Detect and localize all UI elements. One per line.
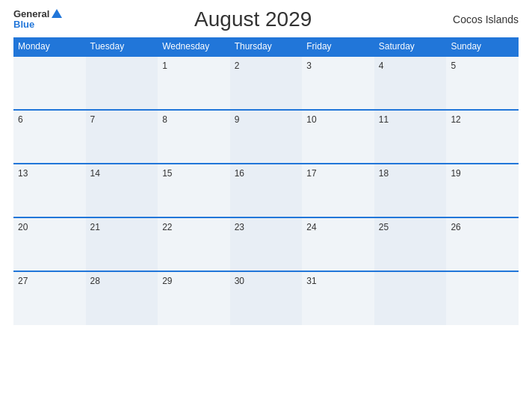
calendar-week-row: 2728293031 bbox=[13, 271, 519, 325]
calendar-cell bbox=[86, 56, 158, 110]
header-friday: Friday bbox=[302, 37, 374, 56]
calendar-cell: 30 bbox=[230, 271, 303, 325]
calendar-cell: 6 bbox=[13, 110, 86, 164]
header-thursday: Thursday bbox=[230, 37, 303, 56]
day-number: 7 bbox=[90, 114, 96, 125]
calendar-cell: 9 bbox=[230, 110, 303, 164]
calendar-cell: 4 bbox=[374, 56, 447, 110]
logo-blue-text: Blue bbox=[13, 19, 34, 30]
day-number: 10 bbox=[306, 114, 316, 125]
day-number: 14 bbox=[90, 168, 100, 179]
logo-triangle-icon bbox=[52, 9, 62, 18]
calendar-cell bbox=[13, 56, 86, 110]
header-tuesday: Tuesday bbox=[86, 37, 158, 56]
calendar-cell: 7 bbox=[86, 110, 158, 164]
calendar-container: General Blue August 2029 Cocos Islands M… bbox=[0, 0, 532, 411]
calendar-cell: 14 bbox=[86, 164, 158, 217]
logo: General Blue bbox=[13, 9, 62, 31]
day-number: 2 bbox=[235, 61, 240, 71]
weekday-header-row: Monday Tuesday Wednesday Thursday Friday… bbox=[13, 37, 519, 56]
day-number: 8 bbox=[162, 114, 167, 125]
calendar-cell: 28 bbox=[86, 271, 158, 325]
calendar-cell: 16 bbox=[230, 164, 303, 217]
calendar-table: Monday Tuesday Wednesday Thursday Friday… bbox=[13, 37, 519, 325]
calendar-cell: 21 bbox=[86, 217, 158, 271]
calendar-cell bbox=[374, 271, 447, 325]
calendar-cell: 13 bbox=[13, 164, 86, 217]
calendar-cell: 23 bbox=[230, 217, 303, 271]
calendar-cell: 22 bbox=[158, 217, 230, 271]
calendar-cell: 19 bbox=[446, 164, 519, 217]
day-number: 13 bbox=[18, 168, 28, 179]
calendar-cell: 11 bbox=[374, 110, 447, 164]
calendar-cell: 10 bbox=[302, 110, 374, 164]
day-number: 25 bbox=[379, 222, 389, 232]
calendar-cell: 2 bbox=[230, 56, 303, 110]
day-number: 28 bbox=[90, 276, 100, 286]
day-number: 18 bbox=[379, 168, 389, 179]
day-number: 15 bbox=[162, 168, 172, 179]
day-number: 16 bbox=[235, 168, 244, 179]
day-number: 11 bbox=[379, 114, 389, 125]
calendar-cell: 1 bbox=[158, 56, 230, 110]
calendar-cell: 3 bbox=[302, 56, 374, 110]
day-number: 20 bbox=[18, 222, 28, 232]
region-label: Cocos Islands bbox=[444, 13, 519, 25]
month-title: August 2029 bbox=[62, 7, 444, 31]
day-number: 24 bbox=[306, 222, 316, 232]
day-number: 12 bbox=[451, 114, 460, 125]
day-number: 17 bbox=[306, 168, 316, 179]
day-number: 6 bbox=[18, 114, 23, 125]
header-saturday: Saturday bbox=[374, 37, 447, 56]
day-number: 4 bbox=[379, 61, 384, 71]
day-number: 29 bbox=[162, 276, 172, 286]
header-sunday: Sunday bbox=[446, 37, 519, 56]
logo-general-text: General bbox=[13, 9, 49, 19]
header-wednesday: Wednesday bbox=[158, 37, 230, 56]
day-number: 27 bbox=[18, 276, 28, 286]
calendar-header: General Blue August 2029 Cocos Islands bbox=[13, 7, 519, 31]
calendar-week-row: 12345 bbox=[13, 56, 519, 110]
calendar-cell: 18 bbox=[374, 164, 447, 217]
day-number: 26 bbox=[451, 222, 460, 232]
calendar-week-row: 13141516171819 bbox=[13, 164, 519, 217]
calendar-cell: 15 bbox=[158, 164, 230, 217]
calendar-cell: 29 bbox=[158, 271, 230, 325]
calendar-cell: 17 bbox=[302, 164, 374, 217]
day-number: 1 bbox=[162, 61, 167, 71]
header-monday: Monday bbox=[13, 37, 86, 56]
calendar-cell: 26 bbox=[446, 217, 519, 271]
day-number: 3 bbox=[306, 61, 312, 71]
calendar-cell: 20 bbox=[13, 217, 86, 271]
calendar-cell: 12 bbox=[446, 110, 519, 164]
calendar-cell: 24 bbox=[302, 217, 374, 271]
calendar-cell: 5 bbox=[446, 56, 519, 110]
day-number: 19 bbox=[451, 168, 460, 179]
calendar-cell: 25 bbox=[374, 217, 447, 271]
day-number: 30 bbox=[235, 276, 244, 286]
calendar-week-row: 20212223242526 bbox=[13, 217, 519, 271]
calendar-cell: 27 bbox=[13, 271, 86, 325]
day-number: 5 bbox=[451, 61, 456, 71]
calendar-week-row: 6789101112 bbox=[13, 110, 519, 164]
day-number: 21 bbox=[90, 222, 100, 232]
calendar-cell: 8 bbox=[158, 110, 230, 164]
day-number: 9 bbox=[235, 114, 240, 125]
day-number: 31 bbox=[306, 276, 316, 286]
calendar-cell: 31 bbox=[302, 271, 374, 325]
day-number: 22 bbox=[162, 222, 172, 232]
calendar-cell bbox=[446, 271, 519, 325]
day-number: 23 bbox=[235, 222, 244, 232]
